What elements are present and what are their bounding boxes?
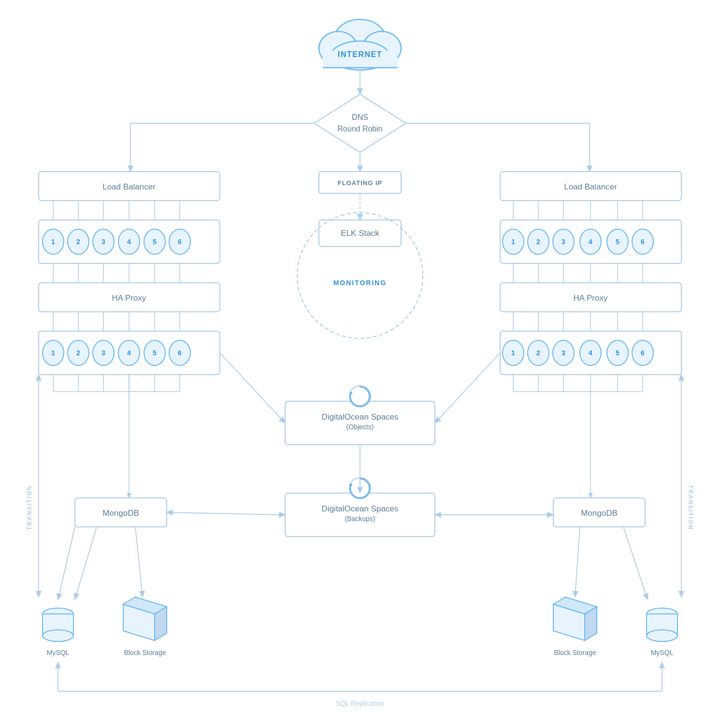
svg-point-116 [349, 483, 352, 486]
right-block-storage-label: Block Storage [554, 649, 596, 656]
right-mongodb-label: MongoDB [581, 509, 618, 518]
svg-text:2: 2 [536, 349, 540, 357]
right-block-storage-icon: Block Storage [553, 597, 597, 656]
svg-text:6: 6 [641, 349, 645, 357]
left-lb-label: Load Balancer [102, 182, 156, 191]
right-drops-row1: 1 2 3 4 5 6 [500, 220, 681, 263]
svg-text:3: 3 [562, 349, 565, 357]
svg-text:1: 1 [511, 349, 515, 357]
spaces-objects-sublabel: (Objects) [346, 423, 374, 431]
right-drop2-5: 5 [607, 340, 628, 365]
left-haproxy-drop2-connectors [53, 312, 180, 331]
right-drops2-mongo-fan [513, 375, 643, 498]
arrow-right-drops2-spaces [435, 353, 500, 423]
svg-text:5: 5 [616, 238, 619, 246]
svg-text:3: 3 [101, 349, 105, 357]
svg-text:5: 5 [153, 349, 157, 357]
left-drop2-4: 4 [118, 340, 140, 365]
left-drop2-6: 6 [169, 340, 190, 365]
svg-point-112 [349, 386, 371, 407]
left-drop-4: 4 [118, 229, 140, 254]
right-drop2-3: 3 [553, 340, 574, 365]
svg-text:2: 2 [536, 238, 540, 246]
right-lb-label: Load Balancer [564, 182, 617, 191]
dns-diamond: DNS Round Robin [314, 94, 406, 152]
right-drop-4: 4 [580, 229, 601, 254]
left-block-storage-label: Block Storage [124, 649, 166, 656]
right-drops-haproxy-connectors [513, 263, 643, 283]
spaces-backups-sublabel: (Backups) [345, 515, 375, 523]
right-transition-label: TRANSITION [687, 485, 694, 530]
right-haproxy-drop2-connectors [513, 312, 643, 331]
svg-text:4: 4 [127, 238, 131, 246]
left-drop2-3: 3 [93, 340, 114, 365]
svg-text:4: 4 [589, 349, 592, 357]
left-drop2-1: 1 [43, 340, 64, 365]
svg-text:4: 4 [589, 238, 592, 246]
left-ha-proxy: HA Proxy [39, 283, 220, 312]
right-drop-2: 2 [528, 229, 549, 254]
left-lb-drop-connectors [53, 201, 180, 220]
left-mongodb: MongoDB [75, 498, 167, 527]
right-haproxy-label: HA Proxy [574, 293, 608, 303]
svg-text:5: 5 [616, 349, 619, 357]
right-mysql-label: MySQL [651, 649, 674, 656]
arrow-left-mongo-spaces-backups [167, 512, 285, 515]
svg-text:3: 3 [101, 238, 105, 246]
svg-text:4: 4 [127, 349, 131, 357]
svg-point-121 [43, 630, 73, 641]
spaces-backups-label: DigitalOcean Spaces [322, 504, 399, 513]
left-transition-label: TRANSITION [26, 485, 33, 530]
left-drop2-5: 5 [144, 340, 165, 365]
right-drop2-2: 2 [528, 340, 549, 365]
svg-text:1: 1 [51, 349, 55, 357]
left-load-balancer: Load Balancer [39, 172, 220, 201]
svg-text:3: 3 [562, 238, 565, 246]
right-drop-6: 6 [632, 229, 653, 254]
left-drops-row2: 1 2 3 4 5 6 [39, 331, 220, 375]
svg-text:5: 5 [153, 238, 157, 246]
internet-cloud: INTERNET [319, 19, 401, 70]
monitoring-label: MONITORING [333, 279, 387, 287]
right-drop-1: 1 [503, 229, 524, 254]
left-drop-6: 6 [169, 229, 190, 254]
right-drops-row2: 1 2 3 4 5 6 [500, 331, 681, 375]
right-drop2-1: 1 [503, 340, 524, 365]
dns-line2: Round Robin [337, 125, 382, 133]
left-block-storage-icon: Block Storage [123, 597, 167, 656]
svg-text:6: 6 [178, 349, 182, 357]
arrow-right-mongo-blockstorage [575, 527, 580, 597]
svg-point-130 [647, 630, 677, 641]
left-haproxy-label: HA Proxy [112, 293, 146, 303]
right-drop-5: 5 [607, 229, 628, 254]
left-drop-2: 2 [68, 229, 89, 254]
svg-text:1: 1 [511, 238, 515, 246]
left-drops2-mongo-fan [53, 375, 180, 498]
right-load-balancer: Load Balancer [500, 172, 681, 201]
arrow-right-mongo-mysql [623, 527, 648, 599]
right-mysql-icon: MySQL [647, 608, 677, 656]
left-drop-5: 5 [144, 229, 165, 254]
dns-line1: DNS [352, 113, 368, 121]
spaces-objects-box: DigitalOcean Spaces (Objects) [285, 386, 435, 445]
spaces-objects-label: DigitalOcean Spaces [322, 412, 399, 422]
arrow-left-mongo-mysql [75, 527, 97, 599]
left-mongodb-label: MongoDB [102, 509, 139, 518]
arrow-left-drops2-spaces [220, 353, 285, 423]
left-drop-3: 3 [93, 229, 114, 254]
right-lb-drop-connectors [513, 201, 643, 220]
left-mysql-label: MySQL [47, 649, 70, 656]
left-drop-1: 1 [43, 229, 64, 254]
internet-label: INTERNET [338, 50, 382, 58]
svg-text:6: 6 [178, 238, 182, 246]
left-drop2-2: 2 [68, 340, 89, 365]
left-drops-haproxy-connectors [53, 263, 180, 283]
svg-marker-9 [314, 94, 406, 152]
floating-ip-box: FLOATING IP [319, 172, 401, 193]
right-drop2-6: 6 [632, 340, 653, 365]
arrow-left-mongo-mysql2 [58, 527, 75, 599]
svg-text:1: 1 [51, 238, 55, 246]
svg-text:2: 2 [76, 238, 80, 246]
right-drop2-4: 4 [580, 340, 601, 365]
svg-point-113 [349, 392, 352, 394]
